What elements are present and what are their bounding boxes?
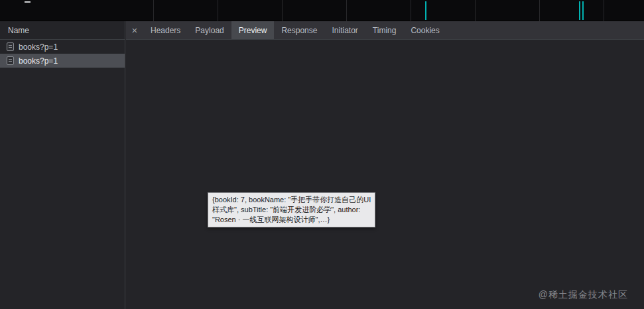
- timeline-event-marker: [579, 1, 580, 20]
- json-array-item-row[interactable]: ▸9{bookId: 编程大全", subTitle: "程序员基础必修系列课"…: [126, 215, 644, 225]
- timeline-gridline: [153, 0, 154, 21]
- tab-cookies[interactable]: Cookies: [403, 21, 446, 39]
- tab-headers[interactable]: Headers: [143, 21, 188, 39]
- tab-initiator[interactable]: Initiator: [324, 21, 365, 39]
- json-records-row[interactable]: ▾records[{bookId: 1, bookName: "教你用 Pyth…: [126, 109, 644, 119]
- juejin-watermark: @稀土掘金技术社区: [539, 289, 628, 301]
- timeline-gridline: [475, 0, 476, 21]
- tab-preview[interactable]: Preview: [231, 21, 275, 39]
- json-root-row[interactable]: ▾{,…}: [126, 45, 644, 56]
- json-array-item-row[interactable]: ▸0{bookId: 1, bookName: "教你用 Python 进阶量化…: [126, 119, 644, 130]
- tooltip-line: "Rosen · 一线互联网架构设计师",…}: [212, 215, 371, 225]
- json-array-item-row[interactable]: ▸5{bookId: 6, bookName: "零基础学透 TypeScrip…: [126, 172, 644, 183]
- tab-payload[interactable]: Payload: [188, 21, 231, 39]
- json-property-row[interactable]: orders[]: [126, 88, 644, 98]
- json-array-item-row[interactable]: ▸3{bookId: 4, bookName: "Webpack 从零入门到工程…: [126, 151, 644, 162]
- timeline-gridline: [346, 0, 347, 21]
- json-array-item-row[interactable]: ▸7{bookId: ", subTitle: "Java工程师晋升必学", a…: [126, 194, 644, 204]
- requests-sidebar: Name books?p=1 books?p=1: [0, 21, 125, 309]
- name-column-header[interactable]: Name: [0, 21, 125, 40]
- tab-response[interactable]: Response: [274, 21, 324, 39]
- request-details-panel: × Headers Payload Preview Response Initi…: [126, 21, 644, 309]
- timeline-event-marker: [425, 1, 426, 20]
- timeline-gridline: [604, 0, 604, 21]
- json-property-row[interactable]: total44: [126, 247, 644, 257]
- request-row-selected[interactable]: books?p=1: [0, 54, 125, 68]
- timeline-gridline: [282, 0, 283, 21]
- json-property-row[interactable]: pages5: [126, 98, 644, 109]
- json-property-row[interactable]: size10: [126, 236, 644, 247]
- close-icon[interactable]: ×: [126, 21, 143, 39]
- timeline-gridline: [218, 0, 218, 21]
- tooltip-line: 样式库", subTitle: "前端开发进阶必学", author:: [212, 205, 371, 215]
- request-row[interactable]: books?p=1: [0, 40, 125, 54]
- network-overview-timeline[interactable]: [0, 0, 644, 21]
- json-property-row[interactable]: hitCountfalse: [126, 66, 644, 77]
- tab-timing[interactable]: Timing: [365, 21, 404, 39]
- json-file-icon: [7, 56, 14, 65]
- json-property-row[interactable]: optimizeCountSqltrue: [126, 77, 644, 88]
- json-array-item-row[interactable]: ▸4{bookId: 5, bookName: "从 0 开始学爬虫", sub…: [126, 162, 644, 172]
- details-tabbar: × Headers Payload Preview Response Initi…: [126, 21, 644, 40]
- json-array-item-row[interactable]: ▸8{bookId: ", subTitle: "以不变的设计应对常变框架",……: [126, 204, 644, 215]
- tooltip-line: {bookId: 7, bookName: "手把手带你打造自己的UI: [212, 195, 371, 205]
- json-property-row[interactable]: current1: [126, 56, 644, 66]
- timeline-gridline: [411, 0, 411, 21]
- request-name: books?p=1: [19, 56, 58, 66]
- json-array-item-row[interactable]: ▸1{bookId: 2, bookName: "一条龙的 Node·Vue·R…: [126, 130, 644, 141]
- timeline-gridline: [539, 0, 540, 21]
- json-array-item-row[interactable]: ▸6{bookId: 7, bookName: "手把手带你打造自己的UI样式库…: [126, 183, 644, 194]
- request-name: books?p=1: [19, 42, 58, 52]
- json-file-icon: [7, 42, 14, 51]
- object-preview-tooltip: {bookId: 7, bookName: "手把手带你打造自己的UI 样式库"…: [208, 192, 375, 227]
- timeline-request-tick: [25, 1, 31, 3]
- timeline-event-marker: [582, 1, 584, 20]
- json-preview-tree: ▾{,…} current1 hitCountfalse optimizeCou…: [126, 40, 644, 309]
- json-property-row[interactable]: searchCounttrue: [126, 225, 644, 236]
- devtools-network-panel: Name books?p=1 books?p=1 × Headers Paylo…: [0, 0, 644, 309]
- json-array-item-row[interactable]: ▸2{bookId: 3, bookName: "用技术人的眼光看世界 · 程序…: [126, 141, 644, 151]
